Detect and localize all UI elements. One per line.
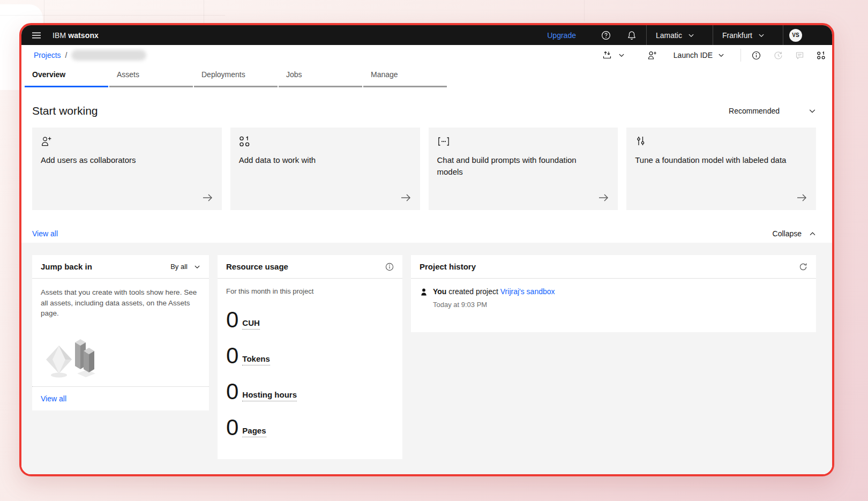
start-working-header: Start working Recommended (32, 104, 816, 117)
resource-usage-panel: Resource usage For this month in this pr… (218, 255, 402, 459)
metric-value: 0 (226, 345, 238, 367)
history-entry-text: You created project Vrijraj's sandbox (433, 287, 555, 296)
card-label: Tune a foundation model with labeled dat… (635, 154, 796, 166)
recommended-dropdown[interactable]: Recommended (729, 107, 816, 115)
card-tune-model[interactable]: Tune a foundation model with labeled dat… (626, 128, 816, 210)
chevron-down-icon (809, 107, 816, 115)
chevron-down-icon (194, 264, 200, 270)
brand-prefix: IBM (53, 31, 66, 40)
metric-hosting-hours: 0 Hosting hours (226, 380, 394, 403)
by-all-label: By all (170, 263, 188, 271)
metric-pages: 0 Pages (226, 416, 394, 439)
arrow-right-icon (597, 192, 609, 204)
user-bust-icon (420, 288, 428, 296)
brand-logo: IBM watsonx (53, 31, 99, 40)
collapse-label: Collapse (773, 229, 802, 238)
collapse-button[interactable]: Collapse (773, 229, 816, 238)
metric-label[interactable]: Pages (242, 426, 266, 437)
history-actor: You (433, 287, 446, 296)
resource-info-icon[interactable] (385, 263, 394, 271)
project-tabs: Overview Assets Deployments Jobs Manage (25, 65, 832, 87)
jump-back-in-panel: Jump back in By all Assets that you crea… (32, 255, 209, 410)
jump-view-all-link[interactable]: View all (41, 394, 66, 403)
data-icon (239, 136, 411, 147)
breadcrumb-project-name-redacted (71, 50, 146, 61)
help-icon[interactable] (601, 25, 611, 45)
project-history-title: Project history (420, 262, 476, 271)
breadcrumb-projects-link[interactable]: Projects (34, 51, 61, 59)
metric-value: 0 (226, 380, 238, 403)
dashboard-section: Jump back in By all Assets that you crea… (21, 243, 832, 474)
tab-assets[interactable]: Assets (109, 65, 193, 87)
avatar[interactable]: VS (789, 29, 802, 42)
resource-usage-title: Resource usage (226, 262, 288, 271)
recommended-dropdown-label: Recommended (729, 107, 780, 115)
region-menu[interactable]: Frankfurt (713, 25, 774, 45)
metric-value: 0 (226, 309, 238, 331)
info-icon[interactable] (752, 45, 761, 65)
metric-label[interactable]: Hosting hours (242, 390, 297, 401)
resource-usage-header: Resource usage (218, 255, 402, 279)
arrow-right-icon (201, 192, 213, 204)
tab-overview[interactable]: Overview (25, 65, 108, 87)
menu-icon[interactable] (28, 25, 44, 45)
tab-jobs[interactable]: Jobs (279, 65, 362, 87)
jump-back-in-header: Jump back in By all (32, 255, 209, 279)
card-add-collaborators[interactable]: Add users as collaborators (32, 128, 222, 210)
breadcrumb-separator: / (65, 51, 68, 59)
metric-value: 0 (226, 416, 238, 439)
import-export-icon[interactable] (602, 45, 612, 65)
history-project-link[interactable]: Vrijraj's sandbox (500, 287, 555, 296)
start-working-title: Start working (32, 104, 98, 117)
add-user-icon (41, 136, 213, 147)
refresh-icon[interactable] (799, 263, 807, 271)
desktop-grid-line (584, 0, 585, 21)
resource-usage-body: For this month in this project 0 CUH 0 T… (218, 279, 402, 447)
account-menu[interactable]: Lamatic (647, 25, 704, 45)
resource-usage-subtitle: For this month in this project (226, 287, 394, 295)
project-history-panel: Project history You creat (411, 255, 816, 332)
assets-empty-illustration (42, 327, 200, 379)
project-history-body: You created project Vrijraj's sandbox To… (411, 279, 816, 332)
add-collaborator-icon[interactable] (647, 45, 657, 65)
history-icon (774, 45, 783, 65)
account-menu-label: Lamatic (656, 31, 682, 40)
launch-ide-label: Launch IDE (674, 51, 713, 59)
metric-tokens: 0 Tokens (226, 345, 394, 367)
chevron-up-icon (809, 230, 816, 237)
chevron-down-icon (758, 32, 765, 39)
import-chevron-down-icon[interactable] (618, 45, 625, 65)
card-label: Add users as collaborators (41, 154, 201, 166)
related-assets-icon[interactable] (817, 45, 826, 65)
history-action: created project (448, 287, 500, 296)
arrow-right-icon (400, 192, 411, 204)
breadcrumb-toolbar-row: Projects / Launch IDE (21, 45, 832, 65)
app-header: IBM watsonx Upgrade Lamatic Frankfurt VS (21, 25, 832, 45)
card-chat-prompts[interactable]: Chat and build prompts with foundation m… (429, 128, 618, 210)
history-entry: You created project Vrijraj's sandbox (420, 287, 807, 296)
header-divider (783, 25, 783, 45)
comments-icon (795, 45, 804, 65)
metric-label[interactable]: CUH (242, 318, 260, 330)
desktop-grid-line (0, 15, 225, 16)
header-right: Upgrade Lamatic Frankfurt VS (547, 25, 832, 45)
card-add-data[interactable]: Add data to work with (230, 128, 420, 210)
start-working-cards: Add users as collaborators Add data to w… (32, 128, 816, 210)
metric-label[interactable]: Tokens (242, 354, 270, 365)
notifications-bell-icon[interactable] (626, 25, 637, 45)
jump-back-in-body: Assets that you create with tools show h… (32, 279, 209, 386)
upgrade-link[interactable]: Upgrade (547, 31, 576, 40)
brand-product: watsonx (68, 31, 99, 40)
watsonx-app-window: IBM watsonx Upgrade Lamatic Frankfurt VS (19, 23, 834, 476)
project-toolbar: Launch IDE (602, 45, 826, 65)
tab-manage[interactable]: Manage (363, 65, 447, 87)
project-history-header: Project history (411, 255, 816, 279)
tab-deployments[interactable]: Deployments (194, 65, 278, 87)
launch-ide-button[interactable]: Launch IDE (674, 51, 724, 59)
card-label: Add data to work with (239, 154, 400, 166)
start-working-footer: View all Collapse (32, 228, 816, 239)
region-menu-label: Frankfurt (722, 31, 752, 40)
jump-back-in-title: Jump back in (41, 262, 92, 271)
view-all-link[interactable]: View all (32, 229, 58, 238)
by-all-dropdown[interactable]: By all (170, 263, 200, 271)
